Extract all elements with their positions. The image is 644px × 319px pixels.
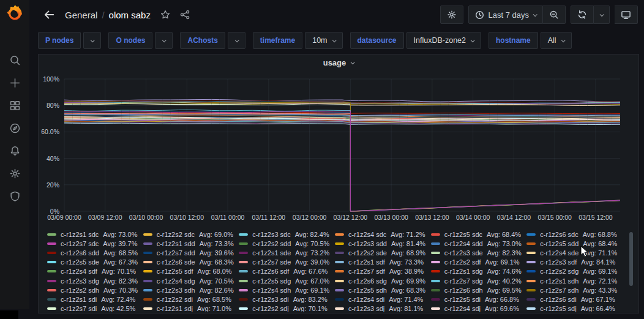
legend-item[interactable]: c-r1z2s2 sdcAvg: 69.0% (143, 230, 239, 239)
legend-series-name[interactable]: c-r1z2s6 sdc (540, 231, 578, 238)
zoom-out-button[interactable] (543, 6, 566, 24)
legend-item[interactable]: c-r1z2s3 sdfAvg: 84.1% (526, 258, 623, 267)
configuration-gear-icon[interactable] (7, 166, 22, 181)
legend-item[interactable]: c-r1z2s2 sdeAvg: 68.9% (335, 248, 431, 257)
o-nodes-dropdown-toggle[interactable] (155, 32, 173, 49)
legend-item[interactable]: c-r1z2s3 sdiAvg: 83.2% (239, 295, 335, 304)
legend-item[interactable]: c-r1z2s6 sdhAvg: 69.5% (431, 285, 527, 295)
legend-item[interactable]: c-r1z2s2 sdjAvg: 70.1% (239, 304, 335, 312)
legend-series-name[interactable]: c-r1z2s3 sdg (61, 277, 99, 285)
timeframe-dropdown[interactable]: 10m (305, 32, 342, 49)
legend-series-name[interactable]: c-r1z2s4 sde (540, 249, 578, 257)
legend-item[interactable]: c-r1z2s2 sdfAvg: 69.1% (431, 258, 527, 267)
legend-series-name[interactable]: c-r1z2s6 sdi (540, 296, 576, 303)
legend-item[interactable]: c-r1z2s3 sdjAvg: 81.1% (335, 304, 431, 312)
legend-series-name[interactable]: c-r1z2s5 sdi (444, 296, 481, 303)
legend-series-name[interactable]: c-r1z2s3 sdc (252, 231, 290, 238)
legend-item[interactable]: c-r1z2s7 sdhAvg: 43.3% (526, 285, 623, 295)
legend-item[interactable]: c-r1z2s2 sdgAvg: 69.1% (526, 267, 623, 276)
legend-series-name[interactable]: c-r1z2s3 sde (444, 249, 483, 257)
legend-item[interactable]: c-r1z2s4 sdhAvg: 69.1% (239, 285, 335, 295)
legend-item[interactable]: c-r1z2s5 sdjAvg: 66.4% (526, 304, 623, 312)
refresh-interval-button[interactable] (594, 6, 610, 24)
legend-item[interactable]: c-r1z2s5 sddAvg: 68.4% (526, 239, 623, 248)
legend-item[interactable]: c-r1z2s4 sdiAvg: 71.4% (335, 295, 431, 304)
legend-series-name[interactable]: c-r1z2s4 sdc (348, 231, 386, 238)
legend-series-name[interactable]: c-r1z2s3 sdj (348, 305, 384, 312)
legend-item[interactable]: c-r1z2s5 sdfAvg: 68.0% (143, 267, 239, 276)
legend-item[interactable]: c-r1z2s6 sdfAvg: 67.6% (239, 267, 335, 276)
back-arrow-button[interactable] (40, 6, 58, 23)
legend-series-name[interactable]: c-r1z2s1 sdg (444, 268, 483, 275)
legend-series-name[interactable]: c-r1z2s2 sdd (252, 240, 291, 247)
legend-series-name[interactable]: c-r1z2s7 sdc (61, 240, 99, 247)
achosts-dropdown-toggle[interactable] (228, 32, 245, 49)
legend-series-name[interactable]: c-r1z2s1 sdh (540, 277, 578, 285)
usage-chart-svg[interactable]: 100%80%60.0%40%20%0%03/09 00:0003/09 12:… (40, 70, 637, 225)
legend-item[interactable]: c-r1z2s3 sddAvg: 81.4% (335, 239, 431, 248)
legend-series-name[interactable]: c-r1z2s2 sdc (157, 231, 195, 238)
legend-series-name[interactable]: c-r1z2s5 sdh (348, 287, 387, 294)
explore-compass-icon[interactable] (7, 121, 22, 135)
legend-series-name[interactable]: c-r1z2s1 sde (252, 249, 291, 257)
legend-item[interactable]: c-r1z2s4 sdjAvg: 69.6% (431, 304, 527, 312)
legend-item[interactable]: c-r1z2s3 sdgAvg: 82.3% (47, 276, 143, 285)
legend-item[interactable]: c-r1z2s2 sddAvg: 70.5% (239, 239, 335, 248)
legend-series-name[interactable]: c-r1z2s6 sdg (348, 277, 387, 285)
legend-item[interactable]: c-r1z2s1 sdjAvg: 71.0% (143, 304, 239, 312)
legend-series-name[interactable]: c-r1z2s7 sdh (540, 287, 578, 294)
legend-series-name[interactable]: c-r1z2s2 sdj (252, 305, 288, 312)
legend-series-name[interactable]: c-r1z2s5 sdc (444, 231, 482, 238)
legend-item[interactable]: c-r1z2s4 sdfAvg: 70.1% (47, 267, 143, 276)
server-admin-shield-icon[interactable] (7, 189, 22, 203)
p-nodes-dropdown-toggle[interactable] (83, 32, 101, 49)
legend-item[interactable]: c-r1z2s4 sdeAvg: 71.1% (526, 248, 623, 257)
datasource-dropdown[interactable]: InfluxDB-zone2 (406, 32, 481, 49)
alerting-bell-icon[interactable] (7, 143, 22, 158)
legend-item[interactable]: c-r1z2s5 sdiAvg: 66.8% (431, 295, 527, 304)
legend-series-name[interactable]: c-r1z2s5 sdj (540, 305, 576, 312)
legend-series-name[interactable]: c-r1z2s1 sdi (61, 296, 97, 303)
legend-series-name[interactable]: c-r1z2s7 sdi (61, 305, 97, 312)
legend-series-name[interactable]: c-r1z2s3 sdf (540, 258, 577, 266)
legend-series-name[interactable]: c-r1z2s4 sdd (444, 240, 483, 247)
legend-series-name[interactable]: c-r1z2s5 sdg (252, 277, 291, 285)
legend-item[interactable]: c-r1z2s2 sdiAvg: 68.5% (143, 295, 239, 304)
variable-o-nodes[interactable]: O nodes (108, 32, 152, 49)
usage-chart[interactable]: 100%80%60.0%40%20%0%03/09 00:0003/09 12:… (40, 70, 637, 225)
legend-item[interactable]: c-r1z2s1 sdiAvg: 72.4% (47, 295, 143, 304)
legend-series-name[interactable]: c-r1z2s6 sde (157, 258, 195, 266)
legend-item[interactable]: c-r1z2s1 sdfAvg: 73.3% (335, 258, 431, 267)
legend-item[interactable]: c-r1z2s1 sddAvg: 73.3% (143, 239, 239, 248)
legend-series-name[interactable]: c-r1z2s7 sdf (348, 268, 385, 275)
legend-item[interactable]: c-r1z2s7 sdeAvg: 39.0% (239, 258, 335, 267)
legend-item[interactable]: c-r1z2s3 sdhAvg: 82.6% (143, 285, 239, 295)
legend-series-name[interactable]: c-r1z2s7 sdd (157, 249, 195, 257)
variable-achosts[interactable]: AChosts (180, 32, 225, 49)
legend-item[interactable]: c-r1z2s6 sdgAvg: 69.9% (335, 276, 431, 285)
legend-item[interactable]: c-r1z2s6 sddAvg: 68.5% (47, 248, 143, 257)
panel-header[interactable]: usage (39, 54, 638, 70)
time-picker-button[interactable]: Last 7 days (468, 6, 544, 24)
legend-series-name[interactable]: c-r1z2s6 sdh (444, 287, 483, 294)
legend-series-name[interactable]: c-r1z2s2 sde (348, 249, 387, 257)
variable-p-nodes[interactable]: P nodes (38, 32, 81, 49)
legend-series-name[interactable]: c-r1z2s4 sdj (444, 305, 481, 312)
legend-item[interactable]: c-r1z2s1 sdcAvg: 73.0% (47, 230, 143, 239)
legend-item[interactable]: c-r1z2s4 sdcAvg: 71.2% (335, 230, 431, 239)
legend-series-name[interactable]: c-r1z2s5 sdd (540, 240, 578, 247)
panel-title[interactable]: usage (323, 58, 346, 67)
legend-series-name[interactable]: c-r1z2s3 sdh (157, 287, 195, 294)
legend-series-name[interactable]: c-r1z2s2 sdh (61, 287, 99, 294)
legend-item[interactable]: c-r1z2s4 sdgAvg: 70.5% (143, 276, 239, 285)
legend-item[interactable]: c-r1z2s1 sdeAvg: 73.2% (239, 248, 335, 257)
legend-series-name[interactable]: c-r1z2s7 sdg (444, 277, 483, 285)
grafana-logo[interactable] (6, 4, 24, 23)
legend-series-name[interactable]: c-r1z2s6 sdd (61, 249, 99, 257)
legend-scrollbar[interactable] (629, 232, 633, 286)
legend-item[interactable]: c-r1z2s4 sddAvg: 73.0% (431, 239, 527, 248)
dashboard-settings-button[interactable] (440, 6, 463, 24)
refresh-button[interactable] (571, 6, 594, 24)
legend-item[interactable]: c-r1z2s5 sdcAvg: 68.4% (431, 230, 527, 239)
legend-item[interactable]: c-r1z2s6 sdcAvg: 68.8% (526, 230, 623, 239)
